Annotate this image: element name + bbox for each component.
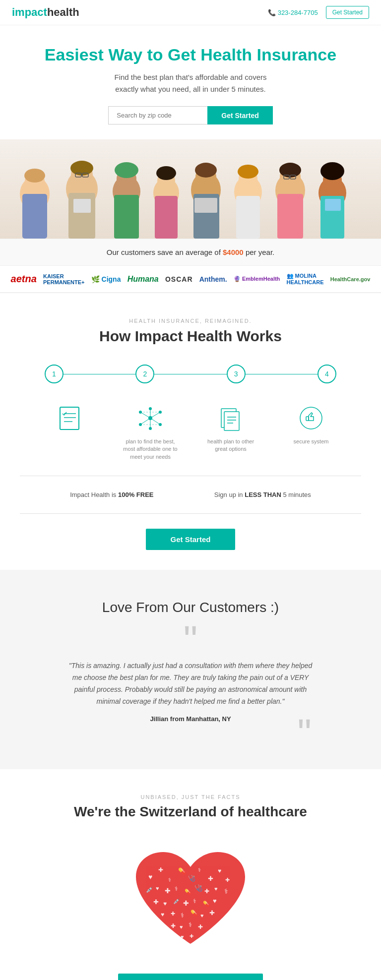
svg-line-55 bbox=[150, 418, 160, 425]
how-cta: Get Started bbox=[20, 529, 361, 550]
svg-text:♥: ♥ bbox=[156, 885, 159, 891]
svg-rect-20 bbox=[155, 196, 178, 239]
how-headline: How Impact Health Works bbox=[20, 328, 361, 345]
svg-text:💊: 💊 bbox=[185, 888, 191, 895]
svg-rect-4 bbox=[22, 194, 47, 239]
svg-point-7 bbox=[70, 161, 93, 176]
svg-text:💊: 💊 bbox=[203, 900, 210, 907]
phone-link[interactable]: 📞 323-284-7705 bbox=[268, 9, 318, 16]
heart-svg: ♥ ✚ ⚕ 💊 🩺 ⚕ ✚ ♥ ✚ 💉 ♥ ✚ ⚕ 💊 🩺 ✚ ♥ ⚕ bbox=[121, 835, 260, 959]
header-get-started-button[interactable]: Get Started bbox=[326, 6, 369, 19]
switzerland-section: UNBIASED, JUST THE FACTS We're the Switz… bbox=[0, 769, 381, 980]
insurer-molina: 👥 MOLINAHEALTHCARE bbox=[287, 273, 324, 285]
step-1 bbox=[30, 393, 110, 461]
svg-text:⚕: ⚕ bbox=[193, 898, 196, 905]
svg-text:✚: ✚ bbox=[198, 923, 203, 930]
people-svg bbox=[0, 139, 381, 239]
insurer-hcgov: HealthCare.gov bbox=[330, 276, 371, 282]
svg-text:⚕: ⚕ bbox=[181, 912, 184, 919]
step-3-text: health plan to other great options bbox=[201, 438, 260, 453]
step-connector-3 bbox=[246, 374, 318, 374]
header-right: 📞 323-284-7705 Get Started bbox=[268, 6, 369, 19]
svg-line-53 bbox=[150, 412, 160, 418]
phone-icon: 📞 bbox=[268, 9, 276, 16]
quote-close-mark: " bbox=[40, 728, 341, 739]
testimonial-headline: Love From Our Customers :) bbox=[40, 600, 341, 615]
svg-text:♥: ♥ bbox=[161, 911, 164, 918]
svg-text:✚: ✚ bbox=[165, 887, 171, 895]
svg-rect-66 bbox=[306, 417, 309, 421]
svg-text:♥: ♥ bbox=[214, 886, 218, 892]
svg-text:✚: ✚ bbox=[183, 899, 189, 907]
steps-connector-row: 1 2 3 4 bbox=[20, 365, 361, 383]
svg-point-28 bbox=[238, 165, 258, 179]
svg-rect-40 bbox=[325, 199, 341, 211]
divider-2 bbox=[20, 513, 361, 514]
hero-headline: Easiest Way to Get Health Insurance bbox=[10, 45, 371, 64]
hero-section: Easiest Way to Get Health Insurance Find… bbox=[0, 25, 381, 124]
insurer-oscar: OSCAR bbox=[165, 275, 193, 283]
svg-text:⚕: ⚕ bbox=[168, 877, 171, 883]
quote-author: Jillian from Manhattan, NY bbox=[40, 715, 341, 723]
step-2: plan to find the best, most affordable o… bbox=[110, 393, 190, 461]
svg-text:♥: ♥ bbox=[181, 934, 184, 940]
step-2-icon bbox=[135, 403, 165, 433]
step-4: secure system bbox=[271, 393, 351, 461]
svg-rect-25 bbox=[194, 198, 217, 213]
svg-text:⚕: ⚕ bbox=[189, 921, 192, 928]
svg-text:✚: ✚ bbox=[171, 922, 176, 929]
step-4-text: secure system bbox=[294, 438, 329, 445]
search-row: Get Started bbox=[10, 106, 371, 124]
step-3-icon bbox=[216, 403, 246, 433]
step-2-text: plan to find the best, most affordable o… bbox=[121, 438, 180, 461]
how-get-started-button[interactable]: Get Started bbox=[146, 529, 236, 550]
svg-text:✚: ✚ bbox=[190, 933, 193, 939]
heart-container: ♥ ✚ ⚕ 💊 🩺 ⚕ ✚ ♥ ✚ 💉 ♥ ✚ ⚕ 💊 🩺 ✚ ♥ ⚕ bbox=[121, 835, 260, 959]
insurer-emblem: 🔮 EmblemHealth bbox=[234, 276, 280, 282]
how-it-works-section: HEALTH INSURANCE, REIMAGINED. How Impact… bbox=[0, 293, 381, 570]
svg-line-52 bbox=[140, 412, 150, 418]
svg-text:♥: ♥ bbox=[200, 913, 204, 919]
svg-text:🩺: 🩺 bbox=[194, 884, 203, 892]
svg-point-23 bbox=[195, 163, 217, 178]
svg-rect-12 bbox=[73, 199, 91, 213]
svg-rect-41 bbox=[60, 407, 79, 429]
logo[interactable]: impacthealth bbox=[12, 6, 79, 19]
benefit-time: Sign up in LESS THAN 5 minutes bbox=[214, 491, 311, 498]
svg-text:✚: ✚ bbox=[153, 898, 159, 906]
svg-text:✚: ✚ bbox=[171, 911, 175, 917]
divider-1 bbox=[20, 476, 361, 476]
insurer-humana: Humana bbox=[127, 275, 159, 284]
step-4-icon bbox=[296, 403, 326, 433]
how-sub-label: HEALTH INSURANCE, REIMAGINED. bbox=[20, 318, 361, 324]
svg-point-19 bbox=[156, 166, 176, 180]
hero-subtext: Find the best plan that's affordable and… bbox=[10, 71, 371, 95]
insurer-anthem: Anthem. bbox=[199, 275, 227, 283]
savings-suffix: per year. bbox=[244, 248, 275, 256]
svg-rect-33 bbox=[277, 194, 303, 239]
steps-icons-row: plan to find the best, most affordable o… bbox=[20, 393, 361, 461]
svg-point-3 bbox=[24, 169, 45, 183]
svg-text:🩺: 🩺 bbox=[188, 874, 195, 882]
step-1-icon bbox=[55, 403, 85, 433]
recommendation-button[interactable]: Get Your Recommendation bbox=[118, 974, 263, 980]
phone-number: 323-284-7705 bbox=[278, 9, 318, 16]
svg-rect-16 bbox=[114, 195, 139, 239]
svg-text:✚: ✚ bbox=[208, 875, 213, 882]
svg-text:✚: ✚ bbox=[209, 909, 215, 917]
step-connector-2 bbox=[154, 374, 226, 374]
recommendation-cta: Get Your Recommendation It's free & take… bbox=[20, 974, 361, 980]
zip-code-input[interactable] bbox=[108, 106, 207, 124]
svg-rect-29 bbox=[236, 196, 260, 239]
switzerland-headline: We're the Switzerland of healthcare bbox=[20, 804, 361, 820]
hero-get-started-button[interactable]: Get Started bbox=[207, 106, 272, 124]
svg-point-38 bbox=[320, 162, 344, 180]
svg-text:💊: 💊 bbox=[190, 909, 198, 917]
benefits-row: Impact Health is 100% FREE Sign up in LE… bbox=[20, 486, 361, 503]
step-3-bubble: 3 bbox=[227, 365, 246, 383]
benefit-free: Impact Health is 100% FREE bbox=[70, 491, 153, 498]
svg-text:♥: ♥ bbox=[213, 897, 217, 905]
step-4-bubble: 4 bbox=[318, 365, 336, 383]
savings-amount: $4000 bbox=[223, 248, 244, 256]
svg-text:💉: 💉 bbox=[173, 898, 180, 905]
